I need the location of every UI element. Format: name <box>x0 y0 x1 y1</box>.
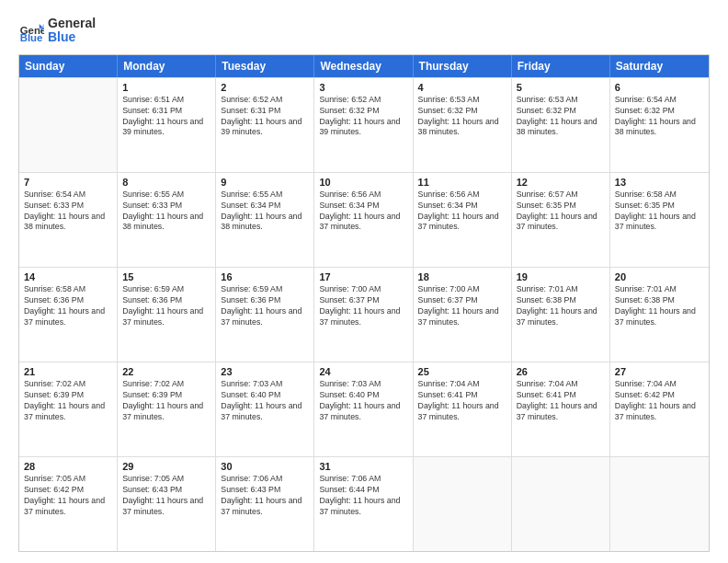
day-info: Sunrise: 6:52 AM Sunset: 6:31 PM Dayligh… <box>221 95 309 139</box>
day-info: Sunrise: 7:04 AM Sunset: 6:41 PM Dayligh… <box>517 379 605 423</box>
day-info: Sunrise: 7:06 AM Sunset: 6:44 PM Dayligh… <box>319 474 407 518</box>
calendar-cell: 14Sunrise: 6:58 AM Sunset: 6:36 PM Dayli… <box>19 268 118 362</box>
day-info: Sunrise: 6:59 AM Sunset: 6:36 PM Dayligh… <box>122 284 210 328</box>
day-number: 14 <box>24 271 112 282</box>
calendar-cell: 27Sunrise: 7:04 AM Sunset: 6:42 PM Dayli… <box>610 362 709 456</box>
day-info: Sunrise: 6:54 AM Sunset: 6:32 PM Dayligh… <box>615 95 704 139</box>
day-number: 6 <box>615 82 704 93</box>
logo: General Blue General Blue <box>18 17 96 45</box>
day-number: 16 <box>221 271 309 282</box>
calendar-cell: 20Sunrise: 7:01 AM Sunset: 6:38 PM Dayli… <box>610 268 709 362</box>
calendar-cell: 31Sunrise: 7:06 AM Sunset: 6:44 PM Dayli… <box>314 457 413 551</box>
calendar-cell: 13Sunrise: 6:58 AM Sunset: 6:35 PM Dayli… <box>610 173 709 267</box>
day-number: 20 <box>615 271 704 282</box>
day-info: Sunrise: 7:00 AM Sunset: 6:37 PM Dayligh… <box>418 284 506 328</box>
day-number: 12 <box>517 177 605 188</box>
day-info: Sunrise: 7:02 AM Sunset: 6:39 PM Dayligh… <box>122 379 210 423</box>
day-info: Sunrise: 7:02 AM Sunset: 6:39 PM Dayligh… <box>24 379 112 423</box>
day-number: 9 <box>221 177 309 188</box>
day-number: 22 <box>122 366 210 377</box>
logo-icon: General Blue <box>18 17 44 43</box>
day-number: 24 <box>319 366 407 377</box>
day-info: Sunrise: 7:05 AM Sunset: 6:43 PM Dayligh… <box>122 474 210 518</box>
calendar-cell: 22Sunrise: 7:02 AM Sunset: 6:39 PM Dayli… <box>118 362 216 456</box>
calendar-cell: 18Sunrise: 7:00 AM Sunset: 6:37 PM Dayli… <box>414 268 512 362</box>
day-number: 29 <box>122 461 210 472</box>
day-number: 3 <box>319 82 407 93</box>
calendar-cell: 8Sunrise: 6:55 AM Sunset: 6:33 PM Daylig… <box>118 173 216 267</box>
weekday-header: Sunday <box>19 55 118 77</box>
day-number: 1 <box>122 82 210 93</box>
day-number: 4 <box>418 82 506 93</box>
calendar-cell: 29Sunrise: 7:05 AM Sunset: 6:43 PM Dayli… <box>118 457 216 551</box>
day-info: Sunrise: 6:57 AM Sunset: 6:35 PM Dayligh… <box>517 190 605 234</box>
day-number: 19 <box>517 271 605 282</box>
day-number: 11 <box>418 177 506 188</box>
calendar-cell: 4Sunrise: 6:53 AM Sunset: 6:32 PM Daylig… <box>414 78 512 172</box>
day-number: 8 <box>122 177 210 188</box>
calendar-cell <box>414 457 512 551</box>
day-number: 27 <box>615 366 704 377</box>
day-info: Sunrise: 6:58 AM Sunset: 6:36 PM Dayligh… <box>24 284 112 328</box>
calendar-cell: 9Sunrise: 6:55 AM Sunset: 6:34 PM Daylig… <box>216 173 314 267</box>
calendar-cell: 30Sunrise: 7:06 AM Sunset: 6:43 PM Dayli… <box>216 457 314 551</box>
calendar-cell: 28Sunrise: 7:05 AM Sunset: 6:42 PM Dayli… <box>19 457 118 551</box>
day-info: Sunrise: 7:06 AM Sunset: 6:43 PM Dayligh… <box>221 474 309 518</box>
calendar-cell: 26Sunrise: 7:04 AM Sunset: 6:41 PM Dayli… <box>512 362 610 456</box>
calendar-cell: 11Sunrise: 6:56 AM Sunset: 6:34 PM Dayli… <box>414 173 512 267</box>
day-info: Sunrise: 7:03 AM Sunset: 6:40 PM Dayligh… <box>221 379 309 423</box>
calendar-cell <box>19 78 118 172</box>
day-info: Sunrise: 6:56 AM Sunset: 6:34 PM Dayligh… <box>418 190 506 234</box>
weekday-header: Saturday <box>610 55 709 77</box>
calendar-cell: 12Sunrise: 6:57 AM Sunset: 6:35 PM Dayli… <box>512 173 610 267</box>
day-info: Sunrise: 7:04 AM Sunset: 6:41 PM Dayligh… <box>418 379 506 423</box>
day-number: 30 <box>221 461 309 472</box>
day-info: Sunrise: 6:54 AM Sunset: 6:33 PM Dayligh… <box>24 190 112 234</box>
weekday-header: Tuesday <box>216 55 314 77</box>
day-number: 23 <box>221 366 309 377</box>
weekday-header: Friday <box>512 55 610 77</box>
calendar-cell: 17Sunrise: 7:00 AM Sunset: 6:37 PM Dayli… <box>314 268 413 362</box>
day-number: 5 <box>517 82 605 93</box>
weekday-header: Thursday <box>414 55 512 77</box>
day-number: 13 <box>615 177 704 188</box>
day-info: Sunrise: 7:00 AM Sunset: 6:37 PM Dayligh… <box>319 284 407 328</box>
day-info: Sunrise: 6:55 AM Sunset: 6:33 PM Dayligh… <box>122 190 210 234</box>
day-number: 17 <box>319 271 407 282</box>
calendar: SundayMondayTuesdayWednesdayThursdayFrid… <box>18 54 710 552</box>
calendar-cell: 2Sunrise: 6:52 AM Sunset: 6:31 PM Daylig… <box>216 78 314 172</box>
weekday-header: Wednesday <box>314 55 413 77</box>
day-info: Sunrise: 7:01 AM Sunset: 6:38 PM Dayligh… <box>517 284 605 328</box>
calendar-cell: 24Sunrise: 7:03 AM Sunset: 6:40 PM Dayli… <box>314 362 413 456</box>
calendar-row: 7Sunrise: 6:54 AM Sunset: 6:33 PM Daylig… <box>19 172 709 267</box>
header: General Blue General Blue <box>18 17 710 45</box>
calendar-cell: 5Sunrise: 6:53 AM Sunset: 6:32 PM Daylig… <box>512 78 610 172</box>
calendar-cell: 1Sunrise: 6:51 AM Sunset: 6:31 PM Daylig… <box>118 78 216 172</box>
calendar-row: 14Sunrise: 6:58 AM Sunset: 6:36 PM Dayli… <box>19 267 709 362</box>
day-info: Sunrise: 6:55 AM Sunset: 6:34 PM Dayligh… <box>221 190 309 234</box>
calendar-cell: 3Sunrise: 6:52 AM Sunset: 6:32 PM Daylig… <box>314 78 413 172</box>
day-number: 25 <box>418 366 506 377</box>
calendar-cell <box>610 457 709 551</box>
calendar-cell: 7Sunrise: 6:54 AM Sunset: 6:33 PM Daylig… <box>19 173 118 267</box>
calendar-row: 21Sunrise: 7:02 AM Sunset: 6:39 PM Dayli… <box>19 362 709 456</box>
calendar-cell: 21Sunrise: 7:02 AM Sunset: 6:39 PM Dayli… <box>19 362 118 456</box>
calendar-row: 1Sunrise: 6:51 AM Sunset: 6:31 PM Daylig… <box>19 77 709 172</box>
day-info: Sunrise: 6:59 AM Sunset: 6:36 PM Dayligh… <box>221 284 309 328</box>
day-number: 18 <box>418 271 506 282</box>
day-number: 28 <box>24 461 112 472</box>
day-info: Sunrise: 7:04 AM Sunset: 6:42 PM Dayligh… <box>615 379 704 423</box>
day-info: Sunrise: 7:01 AM Sunset: 6:38 PM Dayligh… <box>615 284 704 328</box>
svg-text:Blue: Blue <box>20 33 43 44</box>
calendar-cell: 16Sunrise: 6:59 AM Sunset: 6:36 PM Dayli… <box>216 268 314 362</box>
day-number: 10 <box>319 177 407 188</box>
day-number: 7 <box>24 177 112 188</box>
logo-blue: Blue <box>48 30 96 44</box>
day-number: 31 <box>319 461 407 472</box>
day-info: Sunrise: 6:51 AM Sunset: 6:31 PM Dayligh… <box>122 95 210 139</box>
calendar-cell: 25Sunrise: 7:04 AM Sunset: 6:41 PM Dayli… <box>414 362 512 456</box>
calendar-body: 1Sunrise: 6:51 AM Sunset: 6:31 PM Daylig… <box>19 77 709 551</box>
day-number: 15 <box>122 271 210 282</box>
day-info: Sunrise: 6:53 AM Sunset: 6:32 PM Dayligh… <box>418 95 506 139</box>
day-info: Sunrise: 7:03 AM Sunset: 6:40 PM Dayligh… <box>319 379 407 423</box>
